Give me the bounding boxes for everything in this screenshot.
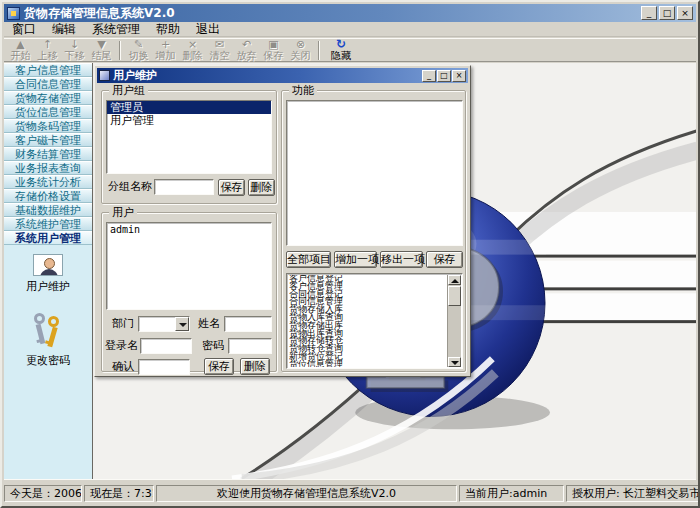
dialog-icon	[99, 70, 110, 81]
menu-edit[interactable]: 编辑	[44, 22, 84, 37]
sidebar-item-barcode[interactable]: 货物条码管理	[4, 119, 92, 133]
cancel-button[interactable]: ↶ 放弃	[233, 39, 260, 62]
user-save-button[interactable]: 保存	[204, 358, 234, 375]
sidebar-item-magnetic-card[interactable]: 客户磁卡管理	[4, 133, 92, 147]
edit-pencil-icon: ✎	[134, 39, 143, 50]
functions-save-button[interactable]: 保存	[426, 251, 463, 268]
menu-window[interactable]: 窗口	[4, 22, 44, 37]
sidebar-item-customer-info[interactable]: 客户信息管理	[4, 63, 92, 77]
functions-scrollbar[interactable]	[447, 275, 461, 367]
user-maintenance-icon[interactable]	[33, 254, 63, 276]
move-down-button[interactable]: ↓ 下移	[61, 39, 88, 62]
add-button[interactable]: + 增加	[152, 39, 179, 62]
sidebar-item-finance[interactable]: 财务结算管理	[4, 147, 92, 161]
change-password-label[interactable]: 更改密码	[26, 353, 70, 368]
app-window: 货物存储管理信息系统V2.0 _ □ × 窗口 编辑 系统管理 帮助 退出 ▲ …	[0, 0, 700, 508]
close-form-button[interactable]: ⊗ 关闭	[287, 39, 314, 62]
group-delete-button[interactable]: 删除	[248, 179, 275, 196]
save-button[interactable]: ▣ 保存	[260, 39, 287, 62]
sidebar-item-system-maintenance[interactable]: 系统维护管理	[4, 217, 92, 231]
list-item-admin-group[interactable]: 管理员	[107, 101, 271, 114]
scroll-thumb[interactable]	[448, 286, 461, 306]
toolbar-separator	[119, 41, 121, 60]
user-delete-button[interactable]: 删除	[240, 358, 270, 375]
undo-arrow-icon: ↶	[242, 39, 251, 50]
clear-button[interactable]: ✉ 清空	[206, 39, 233, 62]
plus-icon: +	[161, 39, 170, 50]
menu-exit[interactable]: 退出	[188, 22, 228, 37]
menu-help[interactable]: 帮助	[148, 22, 188, 37]
sidebar-item-system-users[interactable]: 系统用户管理	[4, 231, 92, 245]
first-record-icon: ▲	[16, 39, 24, 50]
functions-groupbox: 功能 全部项目 增加一项 移出一项 保存 客户信息登记 客户信息管理 合同信息登…	[281, 90, 466, 372]
toolbar-separator	[318, 41, 320, 60]
remove-item-button[interactable]: 移出一项	[380, 251, 423, 268]
sidebar-item-report-query[interactable]: 业务报表查询	[4, 161, 92, 175]
status-welcome: 欢迎使用货物存储管理信息系统V2.0	[156, 485, 457, 502]
up-arrow-icon: ↑	[43, 39, 52, 50]
menu-system-management[interactable]: 系统管理	[84, 22, 148, 37]
dialog-minimize-icon[interactable]: _	[422, 70, 436, 82]
scroll-down-icon[interactable]	[448, 357, 461, 367]
login-label: 登录名	[105, 338, 138, 354]
dialog-title: 用户维护	[113, 68, 421, 83]
menu-bar: 窗口 编辑 系统管理 帮助 退出	[4, 22, 696, 37]
last-record-button[interactable]: ▼ 结尾	[88, 39, 115, 62]
restore-icon[interactable]: □	[659, 6, 675, 20]
sidebar-shortcut-panel: 用户维护 更改密码	[4, 245, 92, 479]
sidebar-item-base-data[interactable]: 基础数据维护	[4, 203, 92, 217]
available-functions-list[interactable]: 客户信息登记 客户信息管理 合同信息登记 合同信息管理 货物存储入库 货物入库查…	[286, 273, 463, 369]
close-icon[interactable]: ×	[677, 6, 693, 20]
user-group-label: 用户组	[109, 84, 148, 97]
chevron-down-icon[interactable]	[175, 317, 189, 331]
users-list[interactable]: admin	[106, 222, 272, 310]
move-up-button[interactable]: ↑ 上移	[34, 39, 61, 62]
window-title: 货物存储管理信息系统V2.0	[24, 5, 641, 22]
save-disk-icon: ▣	[268, 39, 278, 50]
dialog-title-bar[interactable]: 用户维护 _ □ ×	[97, 68, 468, 83]
sidebar-item-contract-info[interactable]: 合同信息管理	[4, 77, 92, 91]
login-input[interactable]	[140, 338, 192, 354]
clear-icon: ✉	[215, 39, 224, 50]
hide-button[interactable]: ↻ 隐藏	[324, 39, 358, 62]
title-bar: 货物存储管理信息系统V2.0 _ □ ×	[4, 4, 696, 22]
password-input[interactable]	[228, 338, 272, 354]
sidebar-item-goods-storage[interactable]: 货物存储管理	[4, 91, 92, 105]
delete-button[interactable]: × 删除	[179, 39, 206, 62]
change-password-keys-icon[interactable]	[30, 312, 66, 350]
minimize-icon[interactable]: _	[641, 6, 657, 20]
window-controls: _ □ ×	[641, 6, 693, 20]
user-maintenance-dialog: 用户维护 _ □ × 用户组 管理员 用户管理 分组名称 保存 删除	[94, 65, 471, 377]
function-item[interactable]: 货位信息管理	[289, 361, 446, 367]
group-save-button[interactable]: 保存	[218, 179, 245, 196]
sidebar-item-statistics[interactable]: 业务统计分析	[4, 175, 92, 189]
sidebar-item-price-setting[interactable]: 存储价格设置	[4, 189, 92, 203]
group-name-input[interactable]	[154, 179, 214, 195]
status-time: 现在是：7:31:14	[84, 485, 154, 502]
first-record-button[interactable]: ▲ 开始	[7, 39, 34, 62]
department-select[interactable]	[138, 316, 190, 332]
sidebar-item-location-info[interactable]: 货位信息管理	[4, 105, 92, 119]
app-icon	[7, 7, 20, 20]
confirm-input[interactable]	[138, 359, 190, 375]
functions-label: 功能	[289, 84, 317, 97]
department-label: 部门	[112, 316, 134, 332]
status-date: 今天是：2006-09-05	[4, 485, 82, 502]
close-circle-icon: ⊗	[296, 39, 305, 50]
list-item-admin-user[interactable]: admin	[107, 223, 271, 236]
list-item-user-management-group[interactable]: 用户管理	[107, 114, 271, 127]
dialog-close-icon[interactable]: ×	[452, 70, 466, 82]
switch-button[interactable]: ✎ 切换	[125, 39, 152, 62]
all-items-button[interactable]: 全部项目	[286, 251, 331, 268]
last-record-icon: ▼	[97, 39, 105, 50]
name-input[interactable]	[224, 316, 272, 332]
add-item-button[interactable]: 增加一项	[334, 251, 377, 268]
user-group-groupbox: 用户组 管理员 用户管理 分组名称 保存 删除	[101, 90, 277, 204]
assigned-functions-list[interactable]	[286, 100, 463, 246]
scroll-up-icon[interactable]	[448, 275, 461, 285]
user-group-list[interactable]: 管理员 用户管理	[106, 100, 272, 174]
available-functions-items: 客户信息登记 客户信息管理 合同信息登记 合同信息管理 货物存储入库 货物入库查…	[289, 275, 446, 367]
user-maintenance-label[interactable]: 用户维护	[26, 279, 70, 294]
status-licensed-user: 授权用户: 长江塑料交易市场	[566, 485, 700, 502]
dialog-maximize-icon[interactable]: □	[437, 70, 451, 82]
